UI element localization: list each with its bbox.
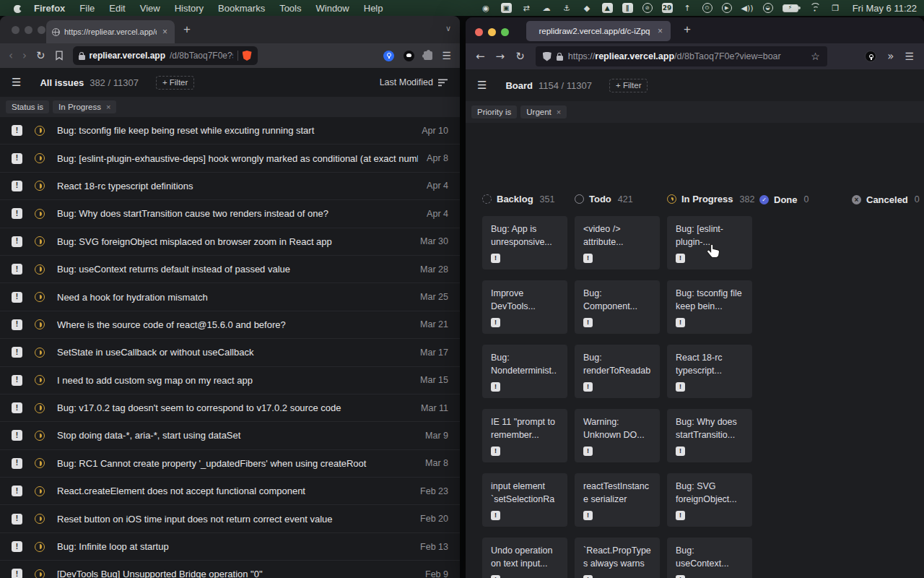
reload-button[interactable]: ↻ xyxy=(515,51,525,62)
menu-item[interactable]: Window xyxy=(316,3,349,14)
zoom-window-button[interactable] xyxy=(501,28,509,36)
battery-charging-icon[interactable]: ⚡ xyxy=(783,4,798,12)
power-icon[interactable]: ⏻ xyxy=(702,3,712,13)
address-bar[interactable]: https:// repliear.vercel.app /d/8bTaoq7F… xyxy=(536,46,827,66)
issue-row[interactable]: ! Bug: v17.0.2 tag doesn't seem to corre… xyxy=(0,394,460,422)
cloud-icon[interactable]: ☁ xyxy=(541,2,552,14)
issue-card[interactable]: reactTestInstance serializer ! xyxy=(575,473,660,527)
new-tab-button[interactable]: + xyxy=(183,23,191,35)
minimize-window-button[interactable] xyxy=(488,28,496,36)
issue-row[interactable]: ! Stop doing data-*, aria-*, start using… xyxy=(0,422,460,449)
issue-row[interactable]: ! React.createElement does not accept fu… xyxy=(0,478,460,505)
menu-item[interactable]: History xyxy=(175,3,204,14)
issue-card[interactable]: Bug: Component... ! xyxy=(575,280,660,334)
apple-menu-icon[interactable] xyxy=(13,3,22,13)
issue-card[interactable]: Improve DevTools... ! xyxy=(482,280,567,334)
tab-close-icon[interactable]: × xyxy=(161,27,169,37)
browser-tab[interactable]: replidraw2.vercel.app/d/c-iZpq × xyxy=(526,21,671,41)
one-password-icon[interactable]: ⊘ xyxy=(642,3,653,13)
issue-card[interactable]: Bug: useContext... ! xyxy=(667,538,752,578)
issue-row[interactable]: ! Bug: tsconfig file keep being reset wh… xyxy=(0,117,460,144)
sync-icon[interactable]: ⇄ xyxy=(521,2,532,14)
upload-icon[interactable]: ↑ xyxy=(682,2,693,14)
back-button[interactable]: ‹ xyxy=(9,51,13,61)
issue-row[interactable]: ! Bug: Why does startTransition cause tw… xyxy=(0,200,460,228)
menu-item[interactable]: File xyxy=(79,3,95,14)
bookmark-icon[interactable] xyxy=(55,51,64,61)
issue-row[interactable]: ! [DevTools Bug] Unsupported Bridge oper… xyxy=(0,561,460,578)
screen-record-icon[interactable]: ◉ xyxy=(481,2,492,14)
dropbox-icon[interactable]: ◆ xyxy=(582,2,593,14)
issue-card[interactable]: Bug: Why does startTransitio... ! xyxy=(667,409,752,462)
browser-menu-icon[interactable]: ☰ xyxy=(442,50,451,61)
issue-row[interactable]: ! I need to add custom svg map on my rea… xyxy=(0,367,460,394)
hidden-bar-icon[interactable]: ▲ xyxy=(602,3,613,13)
zoom-window-button[interactable] xyxy=(38,26,45,34)
volume-icon[interactable]: ◀)) xyxy=(741,2,754,14)
back-button[interactable]: ← xyxy=(476,51,485,62)
docker-icon[interactable]: ⚓ xyxy=(562,2,572,14)
issue-row[interactable]: ! Bug: SVG foreignObject misplaced on br… xyxy=(0,228,460,256)
user-switch-icon[interactable]: ❐ xyxy=(830,2,841,14)
issue-row[interactable]: ! Where is the source code of react@15.6… xyxy=(0,311,460,339)
issue-card[interactable]: Bug: tsconfig file keep bein... ! xyxy=(667,280,752,334)
window-tiles-icon[interactable]: ∥ xyxy=(622,3,633,13)
bookmark-star-icon[interactable]: ☆ xyxy=(811,51,820,62)
one-password-extension-icon[interactable] xyxy=(383,51,394,61)
issue-card[interactable]: IE 11 "prompt to remember... ! xyxy=(482,409,567,462)
tab-close-icon[interactable]: × xyxy=(656,26,664,36)
issue-card[interactable]: Bug: SVG foreignObject... ! xyxy=(667,473,752,527)
github-extension-icon[interactable] xyxy=(404,51,414,61)
sidebar-toggle-icon[interactable]: ☰ xyxy=(12,76,21,89)
calendar-icon[interactable]: 29 xyxy=(662,3,673,13)
menu-item[interactable]: Tools xyxy=(279,3,301,14)
issue-card[interactable]: Bug: [eslint-plugin-... ! xyxy=(667,216,752,269)
issue-card[interactable]: Bug: App is unresponsive... ! xyxy=(482,216,567,269)
address-bar[interactable]: repliear.vercel.app /d/8bTaoq7F0e?status… xyxy=(73,46,258,65)
add-filter-button[interactable]: + Filter xyxy=(156,76,194,90)
issue-card[interactable]: React 18-rc typescript... ! xyxy=(667,345,752,398)
issue-row[interactable]: ! Bug: RC1 Cannot create property '_upda… xyxy=(0,450,460,478)
menu-bar-clock[interactable]: Fri May 6 11:22 xyxy=(853,3,917,14)
sort-control[interactable]: Last Modified xyxy=(380,77,448,87)
browser-menu-icon[interactable]: ☰ xyxy=(905,51,914,62)
filter-field-chip[interactable]: Priority is xyxy=(471,105,517,118)
issue-row[interactable]: ! SetState in useCallback or without use… xyxy=(0,339,460,366)
filter-value-chip[interactable]: In Progress × xyxy=(53,100,116,113)
extensions-puzzle-icon[interactable] xyxy=(424,51,432,60)
add-filter-button[interactable]: + Filter xyxy=(609,79,648,92)
forward-button[interactable]: → xyxy=(496,51,505,62)
camera-icon[interactable]: ▣ xyxy=(501,3,512,13)
issue-row[interactable]: ! Bug: useContext returns default instea… xyxy=(0,256,460,283)
tracking-protection-shield-icon[interactable] xyxy=(543,52,552,61)
issue-row[interactable]: ! Need a hook for hydration mismatch Mar… xyxy=(0,283,460,311)
menu-item[interactable]: Edit xyxy=(109,3,125,14)
filter-value-chip[interactable]: Urgent × xyxy=(520,105,567,118)
remove-filter-icon[interactable]: × xyxy=(557,108,561,116)
issue-card[interactable]: input element `setSelectionRa ! xyxy=(482,473,567,527)
filter-field-chip[interactable]: Status is xyxy=(6,100,49,113)
one-password-extension-icon[interactable] xyxy=(865,51,876,62)
issue-row[interactable]: ! React 18-rc typescript definitions Apr… xyxy=(0,173,460,200)
issue-row[interactable]: ! Bug: [eslint-plugin-exhaustive-deps] h… xyxy=(0,144,460,172)
issue-card[interactable]: Warning: Unknown DO... ! xyxy=(575,409,660,462)
play-icon[interactable]: ▶ xyxy=(722,3,732,13)
sidebar-toggle-icon[interactable]: ☰ xyxy=(477,79,487,92)
issue-card[interactable]: Bug: Nondeterminist... ! xyxy=(482,345,567,398)
menu-item[interactable]: Help xyxy=(364,3,383,14)
issue-card[interactable]: Undo operation on text input... ! xyxy=(482,538,567,578)
menu-item[interactable]: View xyxy=(140,3,160,14)
notification-icon[interactable]: ◒ xyxy=(763,3,773,13)
minimize-window-button[interactable] xyxy=(25,26,32,34)
reload-button[interactable]: ↻ xyxy=(36,51,45,61)
toolbar-overflow-icon[interactable]: » xyxy=(887,51,894,62)
issue-card[interactable]: <video /> attribute... ! xyxy=(575,216,660,269)
brave-shield-icon[interactable] xyxy=(243,51,252,61)
issue-card[interactable]: `React.PropTypes always warns ab ! xyxy=(575,538,660,578)
tab-overflow-chevron-icon[interactable]: ∨ xyxy=(445,24,451,33)
issue-row[interactable]: ! Bug: Infinite loop at startup Feb 13 xyxy=(0,533,460,561)
menu-app-name[interactable]: Firefox xyxy=(34,3,65,14)
menu-item[interactable]: Bookmarks xyxy=(218,3,265,14)
wifi-icon[interactable]: • xyxy=(809,2,821,14)
close-window-button[interactable] xyxy=(12,26,19,34)
